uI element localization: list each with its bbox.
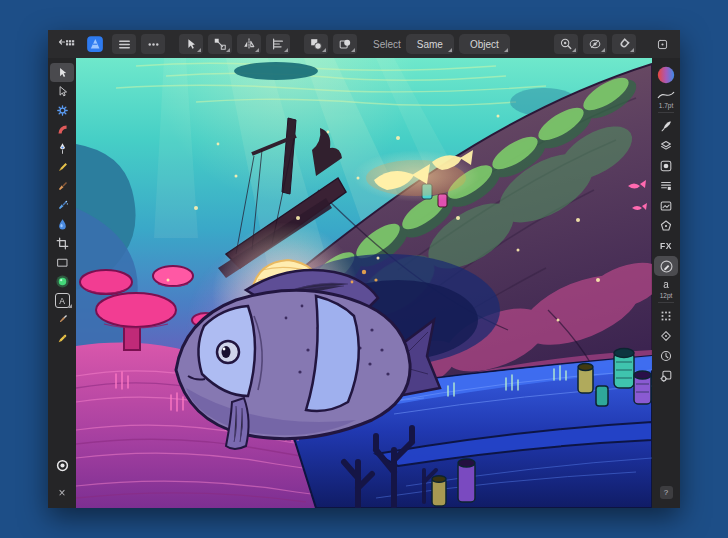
move-tool-button[interactable] (179, 34, 203, 54)
color-panel-button[interactable] (654, 62, 678, 88)
help-button[interactable]: ? (654, 482, 678, 502)
crayon-tool-icon (56, 332, 69, 345)
navigator-panel-button[interactable] (654, 326, 678, 346)
corner-tool-icon (56, 104, 69, 117)
object-label: Object (470, 39, 499, 50)
flip-horizontal-button[interactable] (237, 34, 261, 54)
node-tool-button[interactable] (208, 34, 232, 54)
brushes-panel-button[interactable] (654, 116, 678, 136)
move-tool-icon (184, 37, 198, 51)
typography-panel-button[interactable]: a (654, 276, 678, 292)
right-panel-rail: 1.7pt FX a 12pt (652, 58, 680, 508)
document-menu-button[interactable] (650, 34, 674, 54)
history-panel-button[interactable] (654, 346, 678, 366)
layers-panel-button[interactable] (654, 136, 678, 156)
more-button[interactable] (141, 34, 165, 54)
text-list-icon (659, 179, 673, 193)
more-icon (146, 37, 161, 52)
color-sync-button[interactable] (50, 456, 74, 475)
app-logo-icon (86, 35, 104, 53)
app-logo-button[interactable] (83, 34, 107, 54)
underwater-illustration (76, 58, 652, 508)
menu-button[interactable] (112, 34, 136, 54)
sticker-icon (659, 219, 673, 233)
image-frame-icon (659, 199, 673, 213)
text-panel-button[interactable] (654, 176, 678, 196)
transform-panel-button[interactable] (654, 306, 678, 326)
effects-panel-button[interactable]: FX (654, 236, 678, 256)
history-clock-icon (659, 349, 673, 363)
close-tools-button[interactable]: × (50, 483, 74, 502)
move-tool-icon (56, 66, 69, 79)
tool-node-button[interactable] (50, 82, 74, 101)
view-mode-button[interactable] (583, 34, 607, 54)
tool-paint-brush-button[interactable] (50, 177, 74, 196)
node-tool-icon (213, 37, 227, 51)
rail-divider (658, 302, 674, 303)
rectangle-tool-icon (56, 256, 69, 269)
boolean-add-icon (309, 37, 323, 51)
tool-ellipse-button[interactable] (50, 272, 74, 291)
frames-panel-button[interactable] (654, 196, 678, 216)
color-wheel-icon (656, 65, 676, 85)
select-same-button[interactable]: Same (406, 34, 454, 54)
snapping-button[interactable] (612, 34, 636, 54)
stickers-panel-button[interactable] (654, 216, 678, 236)
style-picker-icon (338, 37, 352, 51)
close-icon: × (58, 487, 65, 499)
color-sync-icon (55, 458, 70, 473)
draw-pencil-icon (659, 259, 674, 274)
fx-icon: FX (660, 241, 672, 251)
select-label: Select (373, 39, 401, 50)
tool-text-button[interactable]: A (50, 291, 74, 310)
node-tool-icon (56, 85, 69, 98)
menu-icon (117, 37, 132, 52)
tool-pen-button[interactable] (50, 139, 74, 158)
tool-move-button[interactable] (50, 63, 74, 82)
draw-panel-button[interactable] (654, 256, 678, 276)
crop-tool-icon (56, 237, 69, 250)
export-panel-button[interactable] (654, 366, 678, 386)
canvas-artboard[interactable] (76, 58, 652, 508)
pencil-tool-icon (56, 161, 69, 174)
zoom-tool-button[interactable] (554, 34, 578, 54)
tool-crayon-button[interactable] (50, 329, 74, 348)
paint-brush-tool-icon (56, 180, 69, 193)
quill-brush-icon (659, 119, 673, 133)
stroke-panel-button[interactable] (654, 88, 678, 102)
tool-corner-button[interactable] (50, 101, 74, 120)
fill-tool-icon (56, 218, 69, 231)
tool-vector-brush-button[interactable] (50, 196, 74, 215)
snapping-icon (617, 37, 631, 51)
export-gear-icon (659, 369, 673, 383)
alignment-icon (271, 37, 285, 51)
stroke-preview-icon (657, 90, 675, 100)
tool-crop-button[interactable] (50, 234, 74, 253)
zoom-tool-icon (559, 37, 573, 51)
alignment-button[interactable] (266, 34, 290, 54)
flip-horizontal-icon (242, 37, 256, 51)
help-icon: ? (660, 486, 673, 499)
layers-icon (659, 139, 673, 153)
style-picker-button[interactable] (333, 34, 357, 54)
tool-color-picker-button[interactable] (50, 310, 74, 329)
top-toolbar: Select Same Object (48, 30, 680, 58)
tool-pencil-button[interactable] (50, 158, 74, 177)
document-menu-icon (656, 38, 669, 51)
adjustments-panel-button[interactable] (654, 156, 678, 176)
navigator-diamond-icon (659, 329, 673, 343)
text-tool-icon: A (55, 293, 70, 308)
back-gallery-button[interactable] (54, 34, 78, 54)
rail-divider (658, 112, 674, 113)
boolean-add-button[interactable] (304, 34, 328, 54)
contour-tool-icon (56, 123, 69, 136)
tool-fill-button[interactable] (50, 215, 74, 234)
tool-contour-button[interactable] (50, 120, 74, 139)
back-gallery-icon (58, 37, 75, 52)
glyph-size-value: 12pt (660, 292, 673, 299)
tool-rectangle-button[interactable] (50, 253, 74, 272)
left-tool-rail: A × (48, 58, 76, 508)
transform-grid-icon (659, 309, 673, 323)
vector-brush-tool-icon (56, 199, 69, 212)
select-object-button[interactable]: Object (459, 34, 510, 54)
